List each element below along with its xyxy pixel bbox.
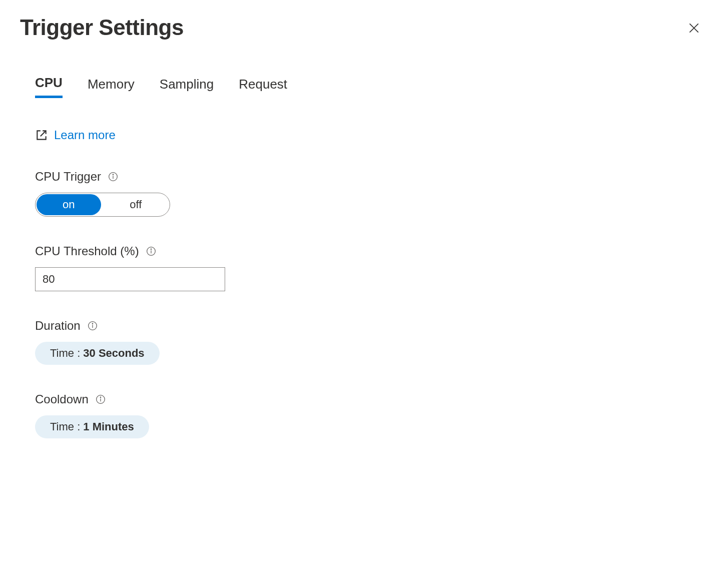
info-icon[interactable] [108,172,118,182]
svg-point-7 [151,249,151,249]
cooldown-pill-value: 1 Minutes [83,420,134,433]
svg-point-10 [92,323,93,324]
duration-field: Duration Time : 30 Seconds [35,319,703,365]
duration-pill-value: 30 Seconds [83,347,144,360]
panel-content: CPU Memory Sampling Request Learn more C… [20,75,703,438]
info-icon[interactable] [146,246,156,256]
tab-request[interactable]: Request [239,75,287,98]
duration-pill[interactable]: Time : 30 Seconds [35,342,160,365]
tab-list: CPU Memory Sampling Request [35,75,703,98]
cpu-threshold-input[interactable] [35,267,225,291]
duration-label: Duration [35,319,81,333]
learn-more-link[interactable]: Learn more [54,128,116,142]
panel-header: Trigger Settings [20,15,703,40]
cpu-threshold-label-row: CPU Threshold (%) [35,244,703,258]
cpu-trigger-label: CPU Trigger [35,170,101,184]
toggle-off-option[interactable]: off [102,193,170,216]
svg-point-13 [100,397,101,397]
svg-point-4 [113,174,113,175]
tab-sampling[interactable]: Sampling [160,75,214,98]
cooldown-label: Cooldown [35,392,89,406]
cpu-threshold-field: CPU Threshold (%) [35,244,703,291]
cooldown-field: Cooldown Time : 1 Minutes [35,392,703,438]
cpu-trigger-field: CPU Trigger on off [35,170,703,217]
toggle-on-option[interactable]: on [37,194,101,215]
cpu-trigger-toggle[interactable]: on off [35,193,170,217]
info-icon[interactable] [96,394,106,404]
external-link-icon [35,129,48,142]
close-icon [687,22,700,35]
cooldown-pill-label: Time : [50,420,80,433]
cpu-threshold-label: CPU Threshold (%) [35,244,139,258]
page-title: Trigger Settings [20,15,184,40]
cpu-trigger-label-row: CPU Trigger [35,170,703,184]
close-button[interactable] [685,19,703,37]
cooldown-label-row: Cooldown [35,392,703,406]
duration-label-row: Duration [35,319,703,333]
cooldown-pill[interactable]: Time : 1 Minutes [35,415,149,438]
duration-pill-label: Time : [50,347,80,360]
info-icon[interactable] [88,321,98,331]
tab-memory[interactable]: Memory [88,75,135,98]
learn-more-row: Learn more [35,128,703,142]
tab-cpu[interactable]: CPU [35,75,63,98]
